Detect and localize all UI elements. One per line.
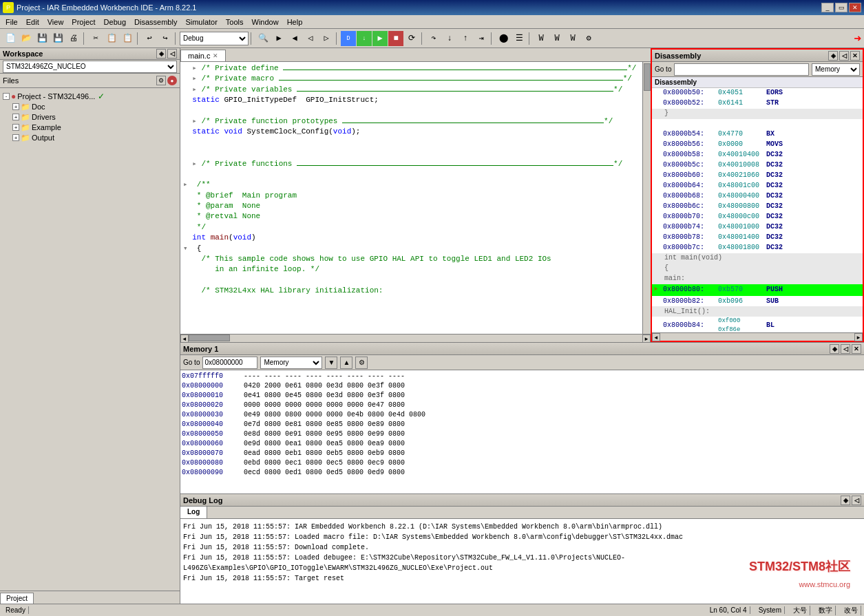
tb-debug-step-out[interactable]: ↑: [458, 31, 473, 46]
memory-content[interactable]: 0x07fffff0 ---- ---- ---- ---- ---- ----…: [180, 370, 864, 493]
expand-3[interactable]: ▸: [192, 85, 197, 94]
code-area[interactable]: ▸ /* Private define */ ▸ /* Private macr…: [180, 62, 651, 334]
window-controls[interactable]: _ ▭ ✕: [821, 3, 861, 12]
tb-window2[interactable]: W: [549, 31, 565, 46]
tb-b1[interactable]: ◁: [303, 31, 318, 46]
tb-bp-toggle[interactable]: ⬤: [496, 31, 511, 46]
tb-save2[interactable]: 💾: [50, 31, 65, 46]
hscroll-thumb[interactable]: [189, 334, 230, 341]
tree-example[interactable]: + 📁 Example: [3, 123, 177, 133]
close-button[interactable]: ✕: [849, 3, 861, 12]
menu-view[interactable]: View: [43, 17, 68, 28]
menu-tools[interactable]: Tools: [222, 17, 248, 28]
debug-log-controls[interactable]: ◈ ◁: [841, 496, 861, 505]
workspace-panel-controls[interactable]: ◈ ◁: [156, 49, 177, 59]
debug-log-pin[interactable]: ◈: [841, 496, 850, 505]
disasm-goto-input[interactable]: [674, 63, 809, 76]
hscroll-left[interactable]: ◄: [180, 334, 189, 342]
tb-debug-download[interactable]: ↓: [357, 31, 372, 46]
restore-button[interactable]: ▭: [835, 3, 847, 12]
tb-debug-step-into[interactable]: ↓: [442, 31, 457, 46]
memory-down-btn[interactable]: ▼: [325, 357, 337, 369]
expand-7[interactable]: ▸: [192, 160, 197, 168]
tb-save[interactable]: 💾: [34, 31, 50, 46]
memory-settings-btn[interactable]: ⚙: [355, 357, 368, 369]
tab-mainc-close[interactable]: ✕: [213, 52, 218, 59]
expand-14[interactable]: ▾: [183, 244, 188, 254]
tree-project-root[interactable]: - ● Project - STM32L496... ✓: [3, 91, 177, 102]
menu-window[interactable]: Window: [248, 17, 283, 28]
tb-open[interactable]: 📂: [19, 31, 34, 46]
tb-debug-run[interactable]: ▶: [372, 31, 388, 46]
disasm-close[interactable]: ✕: [850, 51, 860, 61]
tb-window1[interactable]: W: [534, 31, 549, 46]
tree-expand-output[interactable]: +: [12, 134, 19, 141]
disasm-arrow[interactable]: ◁: [839, 51, 849, 61]
tb-b2[interactable]: ▷: [319, 31, 334, 46]
tb-paste[interactable]: 📋: [120, 31, 135, 46]
files-settings-btn[interactable]: ⚙: [156, 76, 166, 85]
menu-simulator[interactable]: Simulator: [181, 17, 221, 28]
disasm-pin[interactable]: ◈: [828, 51, 838, 61]
menu-help[interactable]: Help: [283, 17, 307, 28]
files-controls[interactable]: ⚙ ●: [156, 76, 177, 85]
debug-log-arrow[interactable]: ◁: [852, 496, 861, 505]
tb-debug-stop[interactable]: ■: [388, 31, 403, 46]
tree-expand-drivers[interactable]: +: [12, 114, 19, 120]
workspace-arrow[interactable]: ◁: [167, 49, 177, 59]
memory-arrow[interactable]: ◁: [841, 344, 850, 354]
menu-file[interactable]: File: [1, 17, 22, 28]
expand-5[interactable]: ▸: [192, 117, 197, 125]
menu-disassembly[interactable]: Disassembly: [130, 17, 181, 28]
tb-window3[interactable]: W: [565, 31, 580, 46]
tb-bp-list[interactable]: ☰: [512, 31, 527, 46]
tb-debug-step-over[interactable]: ↷: [426, 31, 441, 46]
disasm-content[interactable]: 0x8000b50: 0x4051 EORS 0x8000b52: 0x6141…: [652, 88, 863, 332]
disasm-panel-controls[interactable]: ◈ ◁ ✕: [828, 51, 860, 61]
project-tab[interactable]: Project: [0, 593, 34, 604]
expand-8[interactable]: ▸: [183, 180, 188, 190]
memory-panel-controls[interactable]: ◈ ◁ ✕: [830, 344, 861, 354]
memory-type-select[interactable]: Memory: [260, 357, 322, 369]
tb-copy[interactable]: 📋: [104, 31, 119, 46]
editor-scrollthumb[interactable]: [644, 63, 651, 91]
workspace-pin[interactable]: ◈: [156, 49, 166, 59]
tb-print[interactable]: 🖨: [66, 31, 81, 46]
minimize-button[interactable]: _: [821, 3, 834, 12]
tb-debug-make[interactable]: D: [341, 31, 356, 46]
tb-undo[interactable]: ↩: [142, 31, 157, 46]
menu-edit[interactable]: Edit: [22, 17, 43, 28]
hscroll-right[interactable]: ►: [642, 334, 651, 342]
disasm-memory-select[interactable]: Memory: [812, 63, 860, 76]
tree-drivers[interactable]: + 📁 Drivers: [3, 112, 177, 123]
tree-output[interactable]: + 📁 Output: [3, 133, 177, 143]
workspace-project-select[interactable]: STM32L496ZG_NUCLEO: [3, 61, 177, 73]
tb-find[interactable]: 🔍: [255, 31, 271, 46]
tb-debug-next[interactable]: ⇥: [474, 31, 489, 46]
tb-findnext[interactable]: ▶: [271, 31, 286, 46]
memory-close[interactable]: ✕: [852, 344, 861, 354]
tree-expand-example[interactable]: +: [12, 124, 19, 131]
debug-log-tab[interactable]: Log: [180, 507, 207, 518]
tree-expand-doc[interactable]: +: [12, 103, 19, 110]
tb-debug-reset[interactable]: ⟳: [404, 31, 419, 46]
memory-goto-input[interactable]: [202, 357, 257, 369]
disasm-hscrollbar[interactable]: ◄ ►: [652, 332, 863, 341]
editor-vscrollbar[interactable]: [642, 62, 651, 334]
memory-up-btn[interactable]: ▲: [340, 357, 352, 369]
expand-2[interactable]: ▸: [192, 74, 197, 83]
tb-findprev[interactable]: ◀: [287, 31, 302, 46]
tree-expand-root[interactable]: -: [3, 93, 10, 100]
tb-redo[interactable]: ↪: [158, 31, 173, 46]
menu-debug[interactable]: Debug: [100, 17, 130, 28]
tree-doc[interactable]: + 📁 Doc: [3, 102, 177, 112]
expand-1[interactable]: ▸: [192, 64, 197, 72]
tb-settings[interactable]: ⚙: [581, 31, 596, 46]
editor-hscrollbar[interactable]: ◄ ►: [180, 334, 651, 342]
tab-mainc[interactable]: main.c ✕: [180, 50, 226, 61]
tb-config-select[interactable]: Debug: [180, 32, 249, 45]
menu-project[interactable]: Project: [67, 17, 99, 28]
tb-new[interactable]: 📄: [3, 31, 18, 46]
tb-cut[interactable]: ✂: [88, 31, 103, 46]
memory-pin[interactable]: ◈: [830, 344, 839, 354]
